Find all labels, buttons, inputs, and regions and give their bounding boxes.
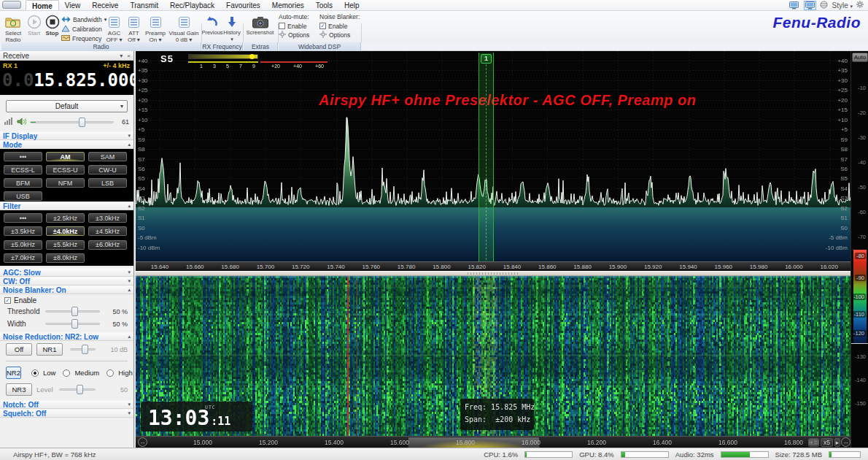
mode-button-am[interactable]: AM — [46, 152, 85, 161]
nav-scroll-right-button[interactable]: ↔ — [841, 437, 850, 447]
mode-button-ecss-l[interactable]: ECSS-L — [4, 165, 42, 175]
chevron-down-icon[interactable]: ▾ — [128, 133, 131, 139]
threshold-slider[interactable] — [45, 310, 100, 313]
filter-button-8-0khz[interactable]: ±8.0kHz — [46, 253, 85, 263]
nr3-button[interactable]: NR3 — [6, 383, 32, 396]
section-filter[interactable]: Filter▴ — [0, 202, 133, 210]
filter-button-5-0khz[interactable]: ±5.0kHz — [4, 240, 42, 250]
receive-panel-header[interactable]: Receive ▾× — [0, 51, 133, 61]
palette-divider[interactable] — [851, 343, 868, 344]
filter-button-item[interactable]: ••• — [4, 213, 42, 223]
mode-button-bfm[interactable]: BFM — [4, 178, 42, 188]
start-button[interactable]: Start — [25, 12, 43, 37]
tab-rec-playback[interactable]: Rec/Playback — [164, 0, 220, 10]
history-button[interactable]: History ▾ — [222, 12, 241, 42]
filter-button-5-5khz[interactable]: ±5.5kHz — [46, 240, 85, 250]
automute-options-button[interactable]: Options — [279, 31, 319, 39]
rx-marker-badge[interactable]: 1 — [481, 54, 492, 64]
preamp-button[interactable]: Preamp On ▾ — [143, 12, 168, 43]
tab-transmit[interactable]: Transmit — [124, 0, 164, 10]
waterfall-level-strip[interactable]: Auto -10-20-30-40-50-60-70-80-90-100-110… — [850, 51, 868, 448]
nb-enable-checkbox[interactable]: ✓Enable — [0, 294, 133, 305]
tab-help[interactable]: Help — [338, 0, 365, 10]
nr-high-radio[interactable] — [106, 369, 114, 377]
select-radio-button[interactable]: Select Radio — [1, 12, 25, 43]
calibration-button[interactable]: Calibration — [61, 25, 104, 34]
noise-blanker-options-button[interactable]: Options — [319, 31, 360, 39]
chevron-up-icon[interactable]: ▴ — [128, 287, 131, 293]
att-button[interactable]: ATT Off ▾ — [125, 12, 143, 43]
style-menu[interactable]: Style ▾ — [832, 1, 853, 9]
chevron-up-icon[interactable]: ▴ — [128, 142, 131, 147]
section-noise-blanker[interactable]: Noise Blanker: On▴ — [0, 285, 133, 294]
waterfall-display[interactable]: 13:03 :11 UTC Freq: 15.825 MHz Span: ±20… — [136, 276, 850, 436]
auto-range-button[interactable]: Auto — [852, 53, 868, 62]
volume-slider[interactable] — [30, 121, 114, 123]
chevron-down-icon[interactable]: ▾ — [128, 278, 131, 284]
section-squelch[interactable]: Squelch: Off▾ — [0, 409, 133, 418]
section-mode[interactable]: Mode▴ — [0, 140, 133, 149]
speaker-icon[interactable] — [17, 118, 26, 127]
frequency-display[interactable]: RX 1 +/- 4 kHz 0.015.825.000 — [0, 61, 133, 95]
mode-button-lsb[interactable]: LSB — [88, 178, 127, 188]
filter-button-4-5khz[interactable]: ±4.5kHz — [88, 226, 127, 236]
monitor-1-icon[interactable] — [788, 1, 800, 10]
nr3-slider-thumb[interactable] — [77, 385, 83, 394]
previous-button[interactable]: Previous — [202, 12, 222, 37]
tab-home[interactable]: Home — [26, 0, 59, 10]
width-slider[interactable] — [45, 323, 100, 325]
section-if-display[interactable]: IF Display▾ — [0, 131, 133, 140]
rx-tuning-band[interactable] — [478, 53, 494, 261]
nr2-button[interactable]: NR2 — [6, 367, 21, 379]
nr1-slider-thumb[interactable] — [82, 345, 88, 354]
nr3-level-slider[interactable] — [59, 388, 96, 391]
visual-gain-button[interactable]: Visual Gain 0 dB ▾ — [168, 12, 200, 43]
nr-low-radio[interactable] — [31, 369, 39, 377]
mode-button-item[interactable]: ••• — [4, 152, 42, 161]
tab-memories[interactable]: Memories — [266, 0, 310, 10]
screenshot-button[interactable]: Screenshot — [244, 12, 276, 37]
chevron-up-icon[interactable]: ▴ — [128, 203, 131, 209]
chevron-up-icon[interactable]: ▴ — [128, 334, 131, 340]
automute-enable-checkbox[interactable]: Enable — [279, 22, 319, 30]
signal-meter-icon[interactable] — [4, 118, 13, 126]
monitor-2-icon[interactable] — [804, 1, 816, 10]
tab-view[interactable]: View — [59, 0, 87, 10]
filter-button-7-0khz[interactable]: ±7.0kHz — [4, 253, 42, 263]
mode-button-nfm[interactable]: NFM — [46, 178, 85, 188]
nr1-button[interactable]: NR1 — [36, 343, 63, 356]
mode-button-usb[interactable]: USB — [4, 191, 42, 201]
profile-select[interactable]: Default▾ — [6, 100, 128, 112]
width-slider-thumb[interactable] — [71, 319, 78, 329]
nr-medium-radio[interactable] — [63, 369, 70, 377]
section-cw[interactable]: CW: Off▾ — [0, 277, 133, 285]
spectrum-frequency-axis[interactable]: 15.64015.66015.68015.70015.72015.74015.7… — [136, 261, 850, 271]
band-navigation-bar[interactable]: 15.00015.20015.40015.60015.80016.00016.2… — [136, 436, 850, 448]
section-noise-reduction[interactable]: Noise Reduction: NR2: Low▴ — [0, 332, 133, 341]
frequency-digits[interactable]: 0.015.825.000 — [2, 70, 139, 91]
threshold-slider-thumb[interactable] — [71, 307, 78, 316]
mode-button-sam[interactable]: SAM — [88, 152, 127, 161]
tab-favourites[interactable]: Favourites — [220, 0, 266, 10]
mode-button-ecss-u[interactable]: ECSS-U — [46, 165, 85, 175]
chevron-down-icon[interactable]: ▾ — [128, 402, 131, 407]
nav-scroll-left-button[interactable]: ↔ — [138, 437, 147, 447]
tab-tools[interactable]: Tools — [310, 0, 338, 10]
settings-gear-icon[interactable] — [856, 1, 864, 9]
globe-menu-icon[interactable] — [820, 1, 828, 10]
section-agc[interactable]: AGC: Slow▾ — [0, 268, 133, 277]
stop-button[interactable]: Stop — [43, 12, 61, 37]
agc-button[interactable]: AGC OFF ▾ — [104, 12, 125, 43]
chevron-down-icon[interactable]: ▾ — [128, 269, 131, 275]
filter-button-4-0khz[interactable]: ±4.0kHz — [46, 226, 85, 236]
mode-button-cw-u[interactable]: CW-U — [88, 165, 127, 175]
pane-splitter[interactable] — [136, 271, 850, 276]
nav-zoom-level[interactable]: x5 — [821, 438, 833, 447]
filter-button-6-0khz[interactable]: ±6.0kHz — [88, 240, 127, 250]
noise-blanker-enable-checkbox[interactable]: ✓Enable — [319, 22, 360, 30]
filter-button-2-5khz[interactable]: ±2.5kHz — [46, 213, 85, 223]
spectrum-display[interactable]: S5 13579+20+40+60 Airspy HF+ ohne Presel… — [136, 51, 850, 261]
app-menu-button[interactable] — [2, 1, 21, 9]
nr1-slider[interactable] — [70, 348, 96, 350]
filter-button-3-5khz[interactable]: ±3.5kHz — [4, 226, 42, 236]
